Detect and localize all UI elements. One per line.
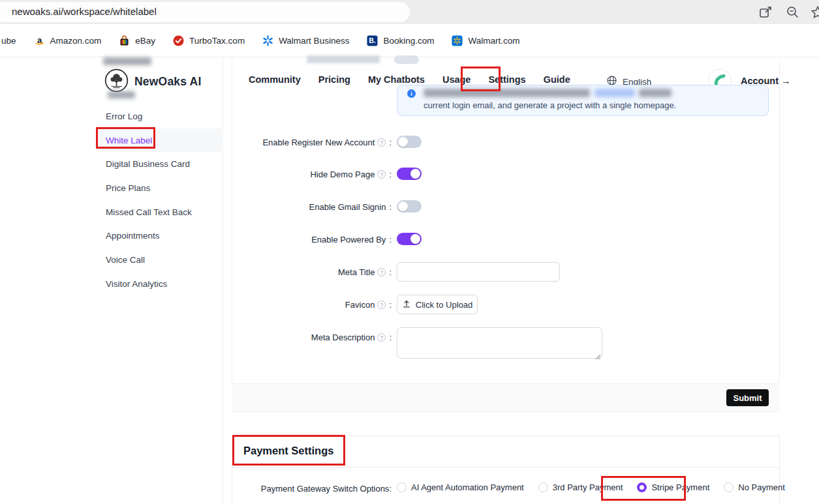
brand-name: NewOaks AI [134,75,202,89]
label-enable-gmail-signin: Enable Gmail Signin : [196,201,392,213]
walmart-spark-icon [262,35,273,46]
toggle-enable-powered-by[interactable] [397,233,422,245]
help-icon[interactable]: ? [377,170,386,179]
toggle-knob [398,201,408,211]
redacted-text [108,91,135,98]
colon: : [389,333,392,342]
bookmark-turbotax[interactable]: TurboTax.com [173,35,245,46]
redacted-text [424,89,590,97]
colon: : [389,170,392,179]
radio-circle[interactable] [637,482,647,492]
browser-titlebar: newoaks.ai/workspace/whitelabel [0,0,819,24]
bookmark-label: Walmart.com [468,36,519,46]
redacted-text [307,55,380,63]
radio-label: AI Agent Automation Payment [411,482,524,492]
nav-settings[interactable]: Settings [488,74,525,85]
share-icon[interactable] [758,5,773,20]
label-meta-description: Meta Description ? : [196,331,392,344]
toggle-enable-register-new-account[interactable] [397,136,422,148]
info-icon: i [407,89,416,98]
help-icon[interactable]: ? [377,138,386,147]
payment-gateway-radio-group: AI Agent Automation Payment 3rd Party Pa… [397,482,785,492]
upload-label: Click to Upload [416,300,472,310]
radio-circle[interactable] [538,482,548,492]
nav-pricing[interactable]: Pricing [318,74,350,85]
sidebar: NewOaks AI Error Log White Label Digital… [98,57,223,504]
radio-stripe-payment[interactable]: Stripe Payment [637,482,709,492]
banner-text: current login email, and generate a proj… [424,100,676,110]
redacted-text [639,89,672,97]
radio-circle[interactable] [397,482,407,492]
bookmark-walmart[interactable]: Walmart.com [452,35,519,46]
payment-settings-title: Payment Settings [243,445,333,457]
favicon-upload-button[interactable]: Click to Upload [397,295,478,314]
field-label: Enable Powered By [311,235,386,245]
nav-community[interactable]: Community [249,74,301,85]
radio-ai-agent-automation-payment[interactable]: AI Agent Automation Payment [397,482,524,492]
field-label: Favicon [345,300,375,310]
meta-description-textarea[interactable] [397,327,602,359]
toggle-enable-gmail-signin[interactable] [397,200,422,213]
colon: : [389,235,392,245]
radio-label: Stripe Payment [651,482,709,492]
svg-text:B.: B. [369,37,377,44]
field-label: Meta Title [338,267,375,277]
bookmark-label: eBay [135,36,155,46]
bookmark-walmart-business[interactable]: Walmart Business [262,35,349,46]
radio-circle[interactable] [724,482,734,492]
radio-no-payment[interactable]: No Payment [724,482,785,492]
sidebar-item-error-log[interactable]: Error Log [98,104,223,128]
bookmark-label: ube [1,36,16,46]
redacted-text [103,57,151,65]
bookmark-booking[interactable]: B. Booking.com [367,35,434,46]
label-favicon: Favicon ? : [196,299,392,311]
bookmark-label: Walmart Business [279,36,349,46]
colon: : [389,484,392,494]
label-payment-gateway-switch-options: Payment Gateway Switch Options: [196,484,392,494]
form-footer [232,383,780,412]
favorite-star-icon[interactable] [811,5,819,20]
partial-toggle [394,55,419,64]
toggle-knob [398,137,408,147]
colon: : [389,267,392,277]
toggle-knob [410,234,420,244]
nav-my-chatbots[interactable]: My Chatbots [368,74,425,85]
colon: : [389,300,392,310]
url-text[interactable]: newoaks.ai/workspace/whitelabel [12,6,157,17]
radio-label: No Payment [738,482,785,492]
bookmark-youtube-truncated[interactable]: ube [1,36,16,46]
bookmark-ebay[interactable]: eBay [119,35,155,46]
help-icon[interactable]: ? [377,333,386,342]
label-hide-demo-page: Hide Demo Page ? : [196,168,392,181]
help-icon[interactable]: ? [377,268,386,276]
divider [232,467,780,467]
bookmarks-bar: ube a Amazon.com eBay [0,24,819,57]
field-label: Enable Register New Account [262,138,375,147]
toggle-knob [410,169,420,179]
colon: : [389,202,392,212]
bookmark-label: TurboTax.com [189,36,245,46]
redacted-link [595,89,635,97]
radio-3rd-party-payment[interactable]: 3rd Party Payment [538,482,623,492]
meta-title-input[interactable] [397,262,560,282]
radio-label: 3rd Party Payment [553,482,623,492]
walmart-square-icon [452,35,463,46]
app-nav: Community Pricing My Chatbots Usage Sett… [249,74,570,85]
zoom-out-icon[interactable] [786,5,800,20]
nav-usage[interactable]: Usage [442,74,471,85]
amazon-icon: a [34,35,45,46]
help-icon[interactable]: ? [377,301,386,309]
upload-icon [402,299,411,310]
field-label: Meta Description [311,333,375,342]
label-enable-register-new-account: Enable Register New Account ? : [196,136,392,149]
bookmark-amazon[interactable]: a Amazon.com [34,35,102,46]
toggle-hide-demo-page[interactable] [397,168,422,180]
bookmark-label: Booking.com [383,36,434,46]
field-label: Enable Gmail Signin [309,202,386,212]
field-label: Hide Demo Page [310,170,375,179]
label-enable-powered-by: Enable Powered By : [196,233,392,246]
turbotax-check-icon [173,35,184,46]
bookmark-label: Amazon.com [50,36,102,46]
nav-guide[interactable]: Guide [544,74,570,85]
submit-button[interactable]: Submit [726,389,769,406]
